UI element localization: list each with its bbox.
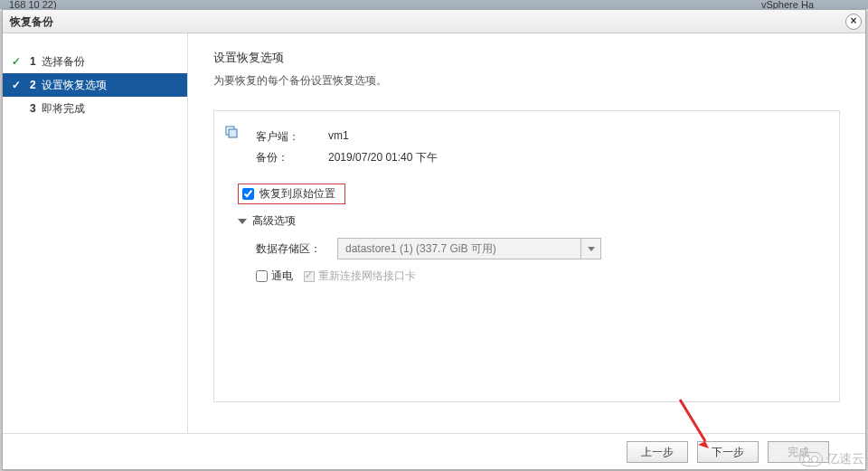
step-ready-to-complete[interactable]: ✓ 3 即将完成 (3, 97, 187, 120)
step-number: 1 (30, 55, 36, 68)
step-select-backup[interactable]: ✓ 1 选择备份 (3, 50, 187, 73)
client-value: vm1 (328, 129, 349, 145)
advanced-label: 高级选项 (252, 213, 296, 229)
chevron-down-icon (588, 247, 595, 251)
finish-button-label: 完成 (788, 446, 809, 458)
step-label: 即将完成 (42, 101, 85, 117)
prev-button-label: 上一步 (641, 446, 674, 458)
next-button[interactable]: 下一步 (697, 441, 759, 463)
restore-backup-dialog: 恢复备份 × ✓ 1 选择备份 ✓ 2 设置恢复选项 ✓ 3 即将完成 设 (2, 9, 866, 470)
advanced-toggle[interactable]: 高级选项 (238, 213, 821, 229)
power-on-checkbox[interactable] (256, 270, 268, 282)
background-window-strip: 168 10 22) vSphere Ha (0, 0, 868, 9)
advanced-body: 数据存储区： datastore1 (1) (337.7 GiB 可用) 通电 (256, 238, 821, 284)
step-number: 3 (30, 102, 36, 115)
finish-button: 完成 (768, 441, 829, 463)
vm-stack-icon (225, 126, 238, 138)
select-arrow-button[interactable] (581, 238, 601, 259)
restore-original-location-label: 恢复到原始位置 (259, 186, 335, 202)
next-button-label: 下一步 (712, 446, 744, 458)
datastore-select-value: datastore1 (1) (337.7 GiB 可用) (337, 238, 581, 259)
datastore-select[interactable]: datastore1 (1) (337.7 GiB 可用) (337, 238, 601, 259)
checkmark-icon: ✓ (12, 79, 24, 91)
dialog-footer: 上一步 下一步 完成 (3, 433, 865, 469)
reconnect-nic-label: 重新连接网络接口卡 (318, 268, 416, 284)
restore-original-location-highlight: 恢复到原始位置 (238, 184, 345, 204)
advanced-section: 高级选项 数据存储区： datastore1 (1) (337.7 GiB 可用… (238, 213, 821, 284)
backup-value: 2019/07/20 01:40 下午 (328, 150, 438, 165)
checkmark-icon: ✓ (12, 55, 24, 68)
step-number: 2 (30, 79, 36, 91)
step-label: 设置恢复选项 (42, 78, 107, 93)
backup-row: 备份： 2019/07/20 01:40 下午 (256, 150, 821, 165)
reconnect-nic-checkbox-disabled (304, 271, 315, 282)
restore-original-location-checkbox[interactable] (242, 188, 254, 200)
datastore-label: 数据存储区： (256, 241, 337, 257)
datastore-row: 数据存储区： datastore1 (1) (337.7 GiB 可用) (256, 238, 821, 259)
dialog-title-bar: 恢复备份 × (3, 10, 865, 33)
bg-right-text: vSphere Ha (761, 0, 814, 9)
close-icon: × (850, 14, 856, 27)
power-row: 通电 重新连接网络接口卡 (256, 268, 821, 284)
page-heading: 设置恢复选项 (213, 50, 840, 66)
page-subheading: 为要恢复的每个备份设置恢复选项。 (213, 73, 840, 89)
main-content: 设置恢复选项 为要恢复的每个备份设置恢复选项。 客户端： vm1 备份： 201… (188, 33, 865, 433)
step-label: 选择备份 (42, 54, 85, 70)
prev-button[interactable]: 上一步 (627, 441, 688, 463)
wizard-sidebar: ✓ 1 选择备份 ✓ 2 设置恢复选项 ✓ 3 即将完成 (3, 33, 188, 433)
reconnect-nic-option: 重新连接网络接口卡 (304, 268, 416, 284)
power-on-label: 通电 (271, 268, 293, 284)
svg-rect-1 (229, 129, 237, 137)
chevron-down-icon (238, 219, 247, 224)
client-row: 客户端： vm1 (256, 129, 821, 145)
backup-info: 客户端： vm1 备份： 2019/07/20 01:40 下午 (256, 129, 821, 165)
bg-left-text: 168 10 22) (9, 0, 57, 9)
step-set-restore-options[interactable]: ✓ 2 设置恢复选项 (3, 73, 187, 97)
restore-options-panel: 客户端： vm1 备份： 2019/07/20 01:40 下午 恢复到原始位置 (213, 110, 840, 402)
dialog-title: 恢复备份 (10, 15, 53, 28)
client-label: 客户端： (256, 129, 328, 145)
dialog-body: ✓ 1 选择备份 ✓ 2 设置恢复选项 ✓ 3 即将完成 设置恢复选项 为要恢复… (3, 33, 865, 433)
close-button[interactable]: × (845, 14, 862, 30)
backup-label: 备份： (256, 150, 328, 165)
